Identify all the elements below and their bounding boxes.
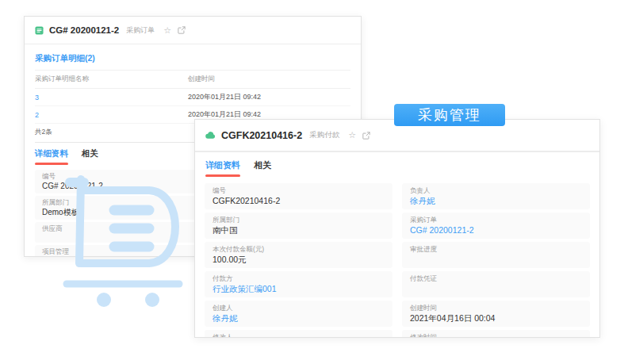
field-approval-progress: 审批进度 [402,242,590,268]
tab-label: 相关 [254,160,271,170]
line-item-link[interactable]: 2 [35,111,39,119]
field-label: 创建时间 [410,304,582,312]
field-label: 本次付款金额(元) [213,245,385,254]
star-icon[interactable]: ☆ [348,131,356,140]
share-icon[interactable] [362,132,370,140]
field-value [410,284,582,294]
field-label: 创建人 [213,304,385,312]
tab-details[interactable]: 详细资料 [35,148,68,165]
tab-label: 详细资料 [35,148,68,158]
front-panel-fields: 编号 CGFK20210416-2 负责人 徐丹妮 所属部门 南中国 采购订单 … [195,177,599,339]
field-value [410,255,582,265]
tab-related[interactable]: 相关 [82,148,98,165]
star-icon[interactable]: ☆ [163,26,171,35]
field-label: 付款方 [213,274,385,283]
shopping-cart-watermark [60,167,205,311]
field-label: 修改人 [213,333,385,339]
field-created-time: 创建时间 2021年04月16日 00:04 [402,301,590,327]
page: CG# 20200121-2 采购订单 ☆ 采购订单明细(2) 采购订单明细名称… [0,0,628,364]
field-label: 付款凭证 [410,274,582,283]
field-modified-time: 修改时间 2021年04月16日 00:04 [402,330,590,339]
field-label: 审批进度 [410,245,582,254]
field-payment-voucher: 付款凭证 [402,271,590,297]
field-label: 负责人 [410,186,582,195]
related-list-title[interactable]: 采购订单明细(2) [35,53,350,64]
related-list-count: (2) [85,53,95,63]
purchase-order-header: CG# 20200121-2 采购订单 ☆ [25,17,361,44]
active-tab-underline [35,163,68,165]
related-list-column-headers: 采购订单明细名称 创建时间 [35,70,350,89]
record-title: CG# 20200121-2 [49,25,119,35]
field-label: 采购订单 [410,216,582,224]
table-row: 3 2020年01月21日 09:42 [35,89,350,106]
line-item-link[interactable]: 3 [35,94,39,102]
field-payer: 付款方 行业政策汇编001 [205,271,392,297]
column-header-created: 创建时间 [188,75,350,84]
field-label: 所属部门 [213,216,385,224]
created-time: 2020年01月21日 09:42 [188,92,350,102]
record-title: CGFK20210416-2 [221,130,302,141]
tab-label: 详细资料 [205,160,240,170]
order-doc-icon [35,26,44,35]
field-creator: 创建人 徐丹妮 [205,301,392,327]
field-payment-amount: 本次付款金额(元) 100.00元 [205,242,392,268]
front-panel-tabs: 详细资料 相关 [195,152,599,177]
payer-link[interactable]: 行业政策汇编001 [213,284,385,294]
purchase-order-link[interactable]: CG# 20200121-2 [410,225,582,236]
field-number: 编号 CGFK20210416-2 [205,183,392,209]
field-value: 南中国 [213,225,385,236]
tab-details[interactable]: 详细资料 [205,159,240,177]
field-value: 2021年04月16日 00:04 [410,313,582,324]
field-department: 所属部门 南中国 [205,213,392,239]
tab-label: 相关 [82,148,98,158]
field-value: CGFK20210416-2 [213,196,385,206]
record-type-label: 采购付款 [309,130,339,140]
owner-link[interactable]: 徐丹妮 [410,196,582,206]
purchase-payment-panel: CGFK20210416-2 采购付款 ☆ 详细资料 相关 编号 CGFK202… [194,119,600,338]
creator-link[interactable]: 徐丹妮 [213,313,385,324]
field-purchase-order: 采购订单 CG# 20200121-2 [402,213,590,239]
field-modifier: 修改人 徐丹妮 [205,330,392,339]
related-list-name: 采购订单明细 [35,53,85,63]
tab-related[interactable]: 相关 [254,159,271,177]
field-label: 修改时间 [410,333,582,339]
active-tab-underline [205,174,240,177]
column-header-name: 采购订单明细名称 [35,75,188,84]
field-value: 100.00元 [213,255,385,265]
record-type-label: 采购订单 [126,25,155,36]
module-badge: 采购管理 [394,104,505,126]
field-owner: 负责人 徐丹妮 [402,183,590,209]
field-label: 编号 [213,186,385,195]
payment-cloud-icon [205,131,216,140]
share-icon[interactable] [178,26,186,34]
